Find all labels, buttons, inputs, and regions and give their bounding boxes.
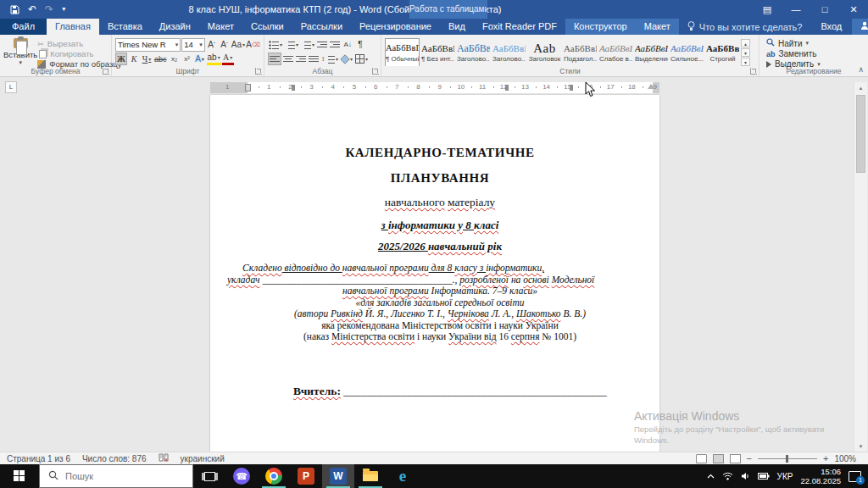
minimize-button[interactable]: —: [782, 0, 810, 19]
collapse-ribbon-button[interactable]: ∧: [858, 65, 864, 74]
superscript-button[interactable]: x²: [181, 53, 193, 65]
zoom-level[interactable]: 100%: [834, 454, 856, 463]
zoom-slider-thumb[interactable]: [786, 455, 788, 463]
style-item[interactable]: АаБбВвГ¶ Без инт...: [420, 38, 455, 66]
tab-mailings[interactable]: Рассылки: [292, 19, 351, 35]
hidden-icons-chevron[interactable]: [707, 474, 715, 479]
subscript-button[interactable]: x₂: [169, 53, 181, 65]
bold-button[interactable]: Ж: [115, 53, 127, 65]
taskbar-task-view-icon[interactable]: [193, 464, 225, 488]
print-layout-button[interactable]: [713, 454, 724, 463]
language-switcher[interactable]: УКР: [777, 472, 793, 481]
tab-file[interactable]: Файл: [0, 19, 47, 35]
zoom-in-button[interactable]: +: [823, 453, 828, 463]
clock[interactable]: 15:06 22.08.2025: [800, 467, 841, 485]
tab-references[interactable]: Ссылки: [242, 19, 292, 35]
bullets-button[interactable]: ▾: [268, 38, 283, 51]
style-item[interactable]: АаБбВвГ₂Выделение: [634, 38, 669, 66]
shrink-font-button[interactable]: Аˇ: [219, 38, 231, 51]
strikethrough-button[interactable]: abc: [153, 53, 168, 65]
font-family-combobox[interactable]: Times New R ▾: [115, 38, 181, 52]
change-case-button[interactable]: Аа▾: [231, 38, 246, 51]
sort-button[interactable]: А↓: [342, 38, 353, 51]
tab-stop-selector[interactable]: L: [5, 81, 17, 93]
tab-foxit[interactable]: Foxit Reader PDF: [474, 19, 565, 35]
table-column-marker[interactable]: [505, 85, 509, 91]
page-indicator[interactable]: Страница 1 из 6: [7, 454, 70, 463]
font-size-combobox[interactable]: 14 ▾: [181, 38, 204, 52]
line-spacing-button[interactable]: ↕▾: [320, 53, 339, 65]
align-left-button[interactable]: [268, 53, 281, 65]
zoom-slider[interactable]: [758, 458, 817, 459]
close-button[interactable]: ✕: [839, 0, 868, 19]
proofing-icon[interactable]: [159, 453, 169, 464]
share-button[interactable]: Общий доступ: [852, 19, 868, 35]
styles-scroll-up-button[interactable]: ▴: [741, 39, 750, 47]
table-column-marker[interactable]: [570, 85, 573, 91]
tab-table-design[interactable]: Конструктор: [565, 19, 636, 35]
style-item[interactable]: АаБбВвГт¶ Обычный: [385, 38, 420, 66]
copy-button[interactable]: Копировать: [37, 49, 121, 58]
styles-scroll-down-button[interactable]: ▾: [741, 48, 750, 57]
cut-button[interactable]: ✂ Вырезать: [37, 39, 121, 48]
taskbar-search[interactable]: [39, 464, 193, 488]
qat-customize-icon[interactable]: ▾: [62, 0, 65, 19]
tab-home[interactable]: Главная: [47, 19, 99, 35]
taskbar-powerpoint-icon[interactable]: P: [290, 464, 322, 488]
multilevel-list-button[interactable]: ▾: [300, 38, 315, 51]
redo-icon[interactable]: ↷: [45, 0, 53, 19]
taskbar-chrome-icon[interactable]: [258, 464, 290, 488]
scroll-down-arrow[interactable]: ▾: [854, 441, 867, 452]
wifi-icon[interactable]: [722, 472, 733, 480]
underline-button[interactable]: Ч▾: [141, 53, 153, 65]
taskbar-edge-icon[interactable]: e: [387, 464, 419, 488]
tab-design[interactable]: Дизайн: [151, 19, 199, 35]
undo-icon[interactable]: ↶: [28, 0, 36, 19]
align-right-button[interactable]: [295, 53, 307, 65]
maximize-button[interactable]: □: [810, 0, 839, 19]
battery-icon[interactable]: [758, 473, 770, 480]
tab-view[interactable]: Вид: [440, 19, 474, 35]
style-item[interactable]: АаБбВвГСтрогий: [705, 38, 740, 66]
clipboard-dialog-launcher[interactable]: [103, 68, 109, 75]
paragraph-dialog-launcher[interactable]: [372, 68, 379, 75]
ribbon-display-options-button[interactable]: ▤: [753, 0, 782, 19]
zoom-out-button[interactable]: −: [747, 453, 752, 463]
language-indicator[interactable]: украинский: [181, 454, 225, 463]
justify-button[interactable]: [308, 53, 320, 65]
action-center-button[interactable]: 1: [849, 471, 861, 482]
grow-font-button[interactable]: Аˆ: [206, 38, 218, 51]
style-item[interactable]: АabЗаголовок: [527, 38, 562, 66]
decrease-indent-button[interactable]: [316, 38, 328, 51]
find-button[interactable]: Найти ▾: [763, 38, 865, 48]
font-dialog-launcher[interactable]: [255, 68, 262, 75]
left-indent-marker[interactable]: [245, 84, 251, 92]
replace-button[interactable]: ab Заменить: [763, 49, 865, 58]
shading-button[interactable]: ▾: [340, 53, 353, 65]
style-item[interactable]: АаБбВвЗаголово...: [456, 38, 491, 66]
style-item[interactable]: АаБбВвГЗаголово...: [492, 38, 526, 66]
start-button[interactable]: [0, 464, 39, 488]
paste-dropdown-arrow[interactable]: ▾: [19, 59, 22, 66]
tab-layout[interactable]: Макет: [199, 19, 242, 35]
paste-button[interactable]: Вставить ▾: [3, 37, 37, 66]
taskbar-word-icon[interactable]: W: [322, 464, 354, 488]
taskbar-file-explorer-icon[interactable]: [354, 464, 387, 488]
text-highlight-button[interactable]: ab▾: [207, 53, 221, 65]
right-indent-marker[interactable]: [648, 84, 654, 89]
tab-insert[interactable]: Вставка: [99, 19, 151, 35]
style-item[interactable]: АаБбВвГ₂Сильное...: [670, 38, 704, 66]
word-count[interactable]: Число слов: 876: [82, 454, 147, 463]
web-layout-button[interactable]: [730, 454, 741, 463]
styles-more-button[interactable]: ▾: [741, 58, 750, 66]
style-item[interactable]: АаБбВвГ₂Слабое в...: [598, 38, 633, 66]
save-icon[interactable]: [10, 5, 19, 14]
font-color-button[interactable]: А▾: [222, 53, 234, 65]
scroll-up-arrow[interactable]: ▴: [854, 82, 867, 93]
taskbar-viber-icon[interactable]: ☎: [225, 464, 258, 488]
sign-in-button[interactable]: Вход: [810, 19, 852, 35]
read-mode-button[interactable]: [696, 454, 707, 463]
italic-button[interactable]: К: [128, 53, 140, 65]
search-input[interactable]: [65, 471, 167, 481]
align-center-button[interactable]: [282, 53, 294, 65]
